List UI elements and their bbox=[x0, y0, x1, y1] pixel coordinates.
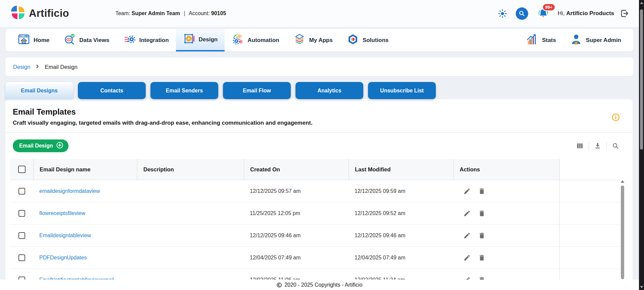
design-name-link[interactable]: flowreceiptsfileview bbox=[39, 210, 85, 216]
breadcrumb-design-link[interactable]: Design bbox=[13, 64, 30, 70]
edit-icon[interactable] bbox=[463, 188, 471, 195]
global-search-icon[interactable] bbox=[516, 7, 528, 20]
toolbar-divider bbox=[606, 141, 607, 151]
row-select-cell bbox=[10, 202, 33, 224]
row-checkbox[interactable] bbox=[18, 254, 25, 261]
copyright-text: 2020 - 2025 Copyrights - Artificio bbox=[284, 282, 362, 288]
table-row: flowreceiptsfileview 11/25/2025 12:05 pm… bbox=[10, 202, 619, 224]
edit-icon[interactable] bbox=[463, 210, 471, 217]
nav-item-automation[interactable]: Automation bbox=[225, 29, 286, 51]
nav-item-data-views[interactable]: Data Views bbox=[56, 29, 116, 51]
nav-label: Super Admin bbox=[586, 37, 621, 44]
edit-icon[interactable] bbox=[463, 232, 471, 239]
description-cell bbox=[137, 180, 244, 202]
tab-email-flow[interactable]: Email Flow bbox=[223, 82, 291, 99]
navbar-right: Stats Super Admin bbox=[519, 29, 628, 51]
design-name-cell: flowreceiptsfileview bbox=[33, 202, 137, 224]
nav-label: Design bbox=[199, 36, 218, 43]
tab-contacts[interactable]: Contacts bbox=[78, 82, 146, 99]
actions-cell bbox=[453, 202, 559, 224]
notifications-bell-icon[interactable]: 99+ bbox=[538, 8, 549, 19]
design-name-link[interactable]: Emaildesigntableview bbox=[39, 233, 91, 239]
scroll-up-arrow-icon[interactable] bbox=[620, 180, 625, 183]
breadcrumb: Design Email Design bbox=[5, 57, 634, 76]
columns-icon[interactable] bbox=[576, 142, 584, 150]
tab-email-designs[interactable]: Email Designs bbox=[5, 82, 73, 99]
theme-sun-icon[interactable] bbox=[498, 9, 507, 18]
last-modified-cell: 12/12/2025 09:46 am bbox=[349, 224, 453, 246]
integration-icon bbox=[124, 33, 136, 47]
page-scrollbar-thumb[interactable] bbox=[640, 9, 643, 150]
nav-label: Home bbox=[34, 37, 49, 44]
created-on-cell: 12/04/2025 07:49 am bbox=[244, 247, 349, 268]
actions-cell bbox=[453, 247, 559, 268]
delete-icon[interactable] bbox=[478, 210, 486, 217]
chevron-right-icon bbox=[35, 64, 40, 70]
column-header-created[interactable]: Created On bbox=[244, 159, 349, 180]
brand[interactable]: Artificio bbox=[11, 6, 69, 21]
info-icon[interactable] bbox=[612, 113, 620, 123]
table-toolbar: Email Design bbox=[5, 133, 633, 159]
row-select-cell bbox=[10, 180, 33, 202]
team-account-divider: | bbox=[184, 10, 185, 16]
page-scrollbar[interactable] bbox=[639, 0, 644, 290]
column-header-modified[interactable]: Last Modified bbox=[349, 159, 453, 180]
delete-icon[interactable] bbox=[478, 254, 486, 261]
nav-item-super-admin[interactable]: Super Admin bbox=[563, 29, 628, 51]
table-body: emaildesignformdataview 12/12/2025 09:57… bbox=[10, 180, 619, 290]
last-modified-cell: 12/12/2025 09:52 am bbox=[349, 202, 453, 224]
user-name: Artificio Products bbox=[566, 10, 614, 16]
nav-item-integration[interactable]: Integration bbox=[117, 29, 176, 51]
last-modified-cell: 12/04/2025 07:49 am bbox=[349, 247, 453, 268]
column-header-description[interactable]: Description bbox=[137, 159, 244, 180]
scrollbar-down-arrow-icon[interactable] bbox=[640, 286, 643, 288]
nav-item-stats[interactable]: Stats bbox=[519, 29, 563, 51]
tab-analytics[interactable]: Analytics bbox=[295, 82, 363, 99]
table-scrollbar-thumb[interactable] bbox=[621, 185, 624, 279]
select-all-checkbox[interactable] bbox=[18, 166, 26, 173]
breadcrumb-current: Email Design bbox=[45, 64, 77, 70]
row-checkbox[interactable] bbox=[18, 232, 25, 239]
table-scrollbar[interactable] bbox=[620, 180, 625, 289]
nav-item-design[interactable]: Design bbox=[176, 29, 225, 51]
scrollbar-up-arrow-icon[interactable] bbox=[640, 2, 643, 4]
delete-icon[interactable] bbox=[478, 232, 486, 239]
design-name-link[interactable]: PDFDesignUpdates bbox=[39, 255, 87, 261]
team-name: Super Admin Team bbox=[132, 10, 180, 16]
stats-icon bbox=[526, 33, 538, 47]
nav-item-home[interactable]: Home bbox=[11, 29, 56, 51]
tab-unsubscribe-list[interactable]: Unsubscribe List bbox=[368, 82, 436, 99]
table-header-row: Email Design name Description Created On… bbox=[10, 159, 619, 180]
actions-cell bbox=[453, 180, 559, 202]
greeting-prefix: Hi, bbox=[558, 10, 565, 16]
last-modified-cell: 12/12/2025 09:59 am bbox=[349, 180, 453, 202]
row-checkbox[interactable] bbox=[18, 188, 25, 195]
nav-label: Solutions bbox=[363, 37, 388, 44]
design-name-cell: emaildesignformdataview bbox=[33, 180, 137, 202]
home-icon bbox=[18, 33, 30, 47]
design-name-link[interactable]: emaildesignformdataview bbox=[39, 188, 100, 194]
copyright-icon: © bbox=[277, 281, 282, 288]
nav-item-my-apps[interactable]: My Apps bbox=[286, 29, 340, 51]
nav-item-solutions[interactable]: Solutions bbox=[340, 29, 396, 51]
automation-icon bbox=[232, 33, 244, 47]
filler-cell bbox=[559, 224, 619, 246]
main-area: Artificio Team: Super Admin Team | Accou… bbox=[0, 0, 639, 290]
row-checkbox[interactable] bbox=[18, 210, 25, 217]
delete-icon[interactable] bbox=[478, 188, 486, 195]
create-email-design-button[interactable]: Email Design bbox=[13, 139, 68, 152]
download-icon[interactable] bbox=[594, 142, 601, 150]
brand-name: Artificio bbox=[29, 7, 69, 19]
column-header-name[interactable]: Email Design name bbox=[33, 159, 137, 180]
tab-email-senders[interactable]: Email Senders bbox=[150, 82, 218, 99]
filler-cell bbox=[559, 202, 619, 224]
filler-cell bbox=[559, 247, 619, 268]
design-name-cell: PDFDesignUpdates bbox=[33, 247, 137, 268]
notification-badge: 99+ bbox=[542, 3, 555, 11]
edit-icon[interactable] bbox=[463, 254, 471, 261]
column-header-actions: Actions bbox=[453, 159, 559, 180]
table-search-icon[interactable] bbox=[612, 142, 619, 150]
nav-label: Stats bbox=[542, 37, 556, 44]
logout-icon[interactable] bbox=[619, 8, 630, 18]
column-header-filler bbox=[559, 159, 619, 180]
